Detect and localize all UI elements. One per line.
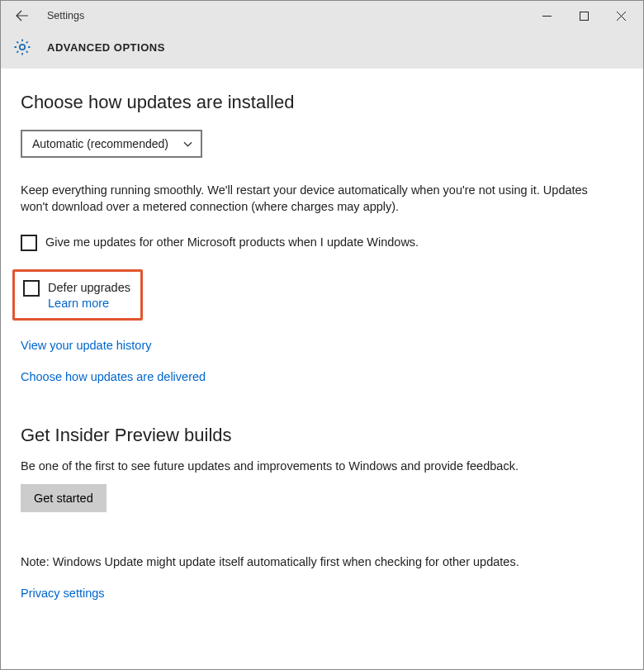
back-button[interactable] (4, 1, 40, 31)
chevron-down-icon (183, 140, 192, 149)
privacy-settings-link[interactable]: Privacy settings (21, 587, 627, 600)
learn-more-link[interactable]: Learn more (48, 297, 130, 310)
install-method-dropdown[interactable]: Automatic (recommended) (21, 130, 202, 158)
checkbox-defer-upgrades[interactable] (23, 280, 40, 297)
close-icon (617, 12, 626, 21)
update-note: Note: Windows Update might update itself… (21, 555, 627, 568)
dropdown-value: Automatic (recommended) (32, 137, 168, 150)
get-started-button[interactable]: Get started (21, 484, 107, 512)
back-arrow-icon (16, 9, 29, 22)
view-history-link[interactable]: View your update history (21, 339, 627, 352)
maximize-button[interactable] (566, 1, 603, 31)
checkbox-other-products[interactable] (21, 235, 37, 251)
insider-description: Be one of the first to see future update… (21, 459, 627, 473)
window-title: Settings (47, 10, 528, 21)
checkbox-other-products-row: Give me updates for other Microsoft prod… (21, 235, 627, 251)
checkbox-other-products-label: Give me updates for other Microsoft prod… (45, 235, 419, 250)
window-controls (528, 1, 640, 31)
section-heading-insider: Get Insider Preview builds (21, 425, 627, 446)
install-description: Keep everything running smoothly. We'll … (21, 183, 615, 215)
close-button[interactable] (603, 1, 640, 31)
minimize-icon (542, 12, 552, 21)
subheader: ADVANCED OPTIONS (1, 31, 643, 69)
section-heading-updates: Choose how updates are installed (21, 92, 627, 113)
gear-icon (12, 37, 32, 57)
checkbox-defer-upgrades-label: Defer upgrades (48, 280, 130, 296)
maximize-icon (580, 12, 589, 21)
svg-rect-0 (580, 12, 589, 20)
titlebar: Settings (1, 1, 643, 31)
minimize-button[interactable] (528, 1, 566, 31)
svg-point-1 (20, 45, 25, 50)
choose-delivery-link[interactable]: Choose how updates are delivered (21, 370, 627, 383)
defer-upgrades-highlight: Defer upgrades Learn more (12, 269, 143, 321)
content-area: Choose how updates are installed Automat… (1, 69, 643, 616)
insider-section: Get Insider Preview builds Be one of the… (21, 425, 627, 512)
page-title: ADVANCED OPTIONS (47, 41, 165, 54)
